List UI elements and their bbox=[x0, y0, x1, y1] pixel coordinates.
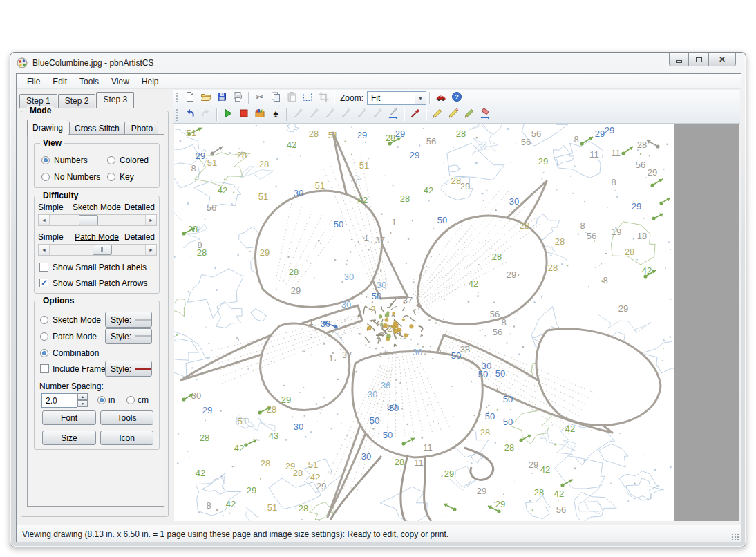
region-number: 11 bbox=[611, 148, 621, 158]
radio-combination-label[interactable]: Combination bbox=[53, 348, 99, 358]
print-button[interactable] bbox=[229, 91, 245, 106]
region-number: 29 bbox=[507, 270, 516, 280]
radio-key[interactable] bbox=[107, 173, 115, 181]
step-tab-step-2[interactable]: Step 2 bbox=[58, 94, 96, 108]
region-number: 42 bbox=[196, 468, 205, 478]
title-bar[interactable]: BlueColumbine.jpg - pbnArtistCS ✕ bbox=[10, 53, 746, 73]
include-frame-checkbox[interactable] bbox=[40, 364, 49, 373]
new-document-button[interactable] bbox=[182, 91, 198, 106]
drawing-canvas[interactable]: 5129851282842285129282929514256513051422… bbox=[174, 124, 674, 521]
region-number: 28 bbox=[237, 150, 247, 160]
radio-numbers[interactable] bbox=[41, 156, 50, 164]
sketch-slider-thumb[interactable] bbox=[79, 215, 98, 225]
stop-button[interactable] bbox=[236, 107, 252, 122]
patch-mode-link[interactable]: Patch Mode bbox=[75, 232, 119, 242]
select-region-button[interactable] bbox=[299, 91, 315, 106]
patch-difficulty-slider[interactable]: ◄ ► bbox=[38, 244, 157, 256]
pencil-green-button[interactable] bbox=[461, 107, 477, 122]
include-frame-label[interactable]: Include Frame bbox=[53, 364, 106, 374]
menu-item-help[interactable]: Help bbox=[135, 75, 165, 88]
close-button[interactable]: ✕ bbox=[709, 53, 736, 66]
eraser-size-icon bbox=[480, 108, 491, 122]
zoom-combobox[interactable]: Fit▼ bbox=[367, 91, 426, 105]
pencil-eraser-button[interactable] bbox=[445, 107, 461, 122]
brush-tool-5-icon bbox=[356, 108, 367, 122]
step-tab-step-3[interactable]: Step 3 bbox=[96, 92, 134, 108]
icon-button[interactable]: Icon bbox=[100, 431, 153, 445]
radio-inches[interactable] bbox=[97, 396, 106, 404]
radio-cm-label[interactable]: cm bbox=[138, 395, 149, 405]
number-spacing-input[interactable]: 2.0 bbox=[41, 393, 77, 408]
region-number: 30 bbox=[191, 390, 201, 401]
patch-style-button[interactable]: Style: bbox=[105, 328, 152, 344]
resize-grip[interactable] bbox=[730, 532, 739, 541]
copy-button[interactable] bbox=[267, 91, 283, 106]
eraser-size-button[interactable] bbox=[477, 107, 493, 122]
sketch-mode-link[interactable]: Sketch Mode bbox=[73, 202, 121, 212]
menu-item-view[interactable]: View bbox=[105, 75, 135, 88]
slider-left-arrow-icon[interactable]: ◄ bbox=[39, 245, 50, 255]
mode-tab-drawing[interactable]: Drawing bbox=[27, 120, 68, 135]
save-button[interactable] bbox=[214, 91, 229, 106]
frame-style-button[interactable]: Style: bbox=[105, 361, 152, 377]
region-number: 28 bbox=[197, 247, 207, 258]
spin-up-icon[interactable]: ▲ bbox=[77, 393, 88, 400]
show-small-patch-labels-checkbox[interactable] bbox=[39, 263, 48, 272]
slider-right-arrow-icon[interactable]: ► bbox=[145, 215, 156, 225]
show-small-patch-arrows-label[interactable]: Show Small Patch Arrows bbox=[53, 278, 147, 288]
spade-button[interactable]: ♠ bbox=[267, 107, 283, 122]
mode-tab-photo[interactable]: Photo bbox=[126, 122, 158, 135]
crayon-box-button[interactable] bbox=[252, 107, 267, 122]
spin-down-icon[interactable]: ▼ bbox=[77, 400, 88, 407]
region-number: 28 bbox=[293, 468, 303, 478]
sketch-style-button[interactable]: Style: bbox=[105, 312, 152, 328]
cut-button[interactable]: ✂ bbox=[252, 91, 267, 106]
canvas-viewport[interactable]: 5129851282842285129282929514256513051422… bbox=[174, 124, 739, 521]
maximize-button[interactable] bbox=[689, 53, 709, 66]
size-button[interactable]: Size bbox=[42, 431, 96, 445]
radio-combination[interactable] bbox=[40, 349, 48, 357]
slider-right-arrow-icon[interactable]: ► bbox=[145, 245, 156, 255]
radio-inches-label[interactable]: in bbox=[108, 395, 115, 405]
print-icon bbox=[232, 91, 243, 105]
start-button[interactable] bbox=[220, 107, 236, 122]
region-number: 51 bbox=[207, 158, 217, 168]
toolbar-gripper[interactable] bbox=[176, 92, 178, 104]
minimize-button[interactable] bbox=[669, 53, 689, 66]
font-button[interactable]: Font bbox=[42, 410, 96, 425]
cut-icon: ✂ bbox=[254, 91, 265, 105]
toolbar-gripper[interactable] bbox=[176, 108, 178, 121]
open-folder-button[interactable] bbox=[198, 91, 214, 106]
radio-patch-mode-label[interactable]: Patch Mode bbox=[53, 332, 97, 341]
radio-numbers-label[interactable]: Numbers bbox=[54, 155, 88, 165]
radio-no-numbers[interactable] bbox=[41, 173, 50, 181]
undo-button[interactable] bbox=[182, 107, 198, 122]
tools-button[interactable]: Tools bbox=[100, 410, 153, 425]
radio-sketch-mode-label[interactable]: Sketch Mode bbox=[53, 315, 101, 325]
chevron-down-icon[interactable]: ▼ bbox=[415, 92, 426, 104]
show-small-patch-labels-label[interactable]: Show Small Patch Labels bbox=[53, 263, 147, 272]
slider-left-arrow-icon[interactable]: ◄ bbox=[39, 215, 50, 225]
mode-tab-cross-stitch[interactable]: Cross Stitch bbox=[69, 122, 125, 135]
radio-no-numbers-label[interactable]: No Numbers bbox=[54, 172, 100, 182]
menu-item-edit[interactable]: Edit bbox=[46, 75, 73, 88]
radio-patch-mode[interactable] bbox=[40, 332, 48, 341]
view-caption: View bbox=[40, 138, 64, 148]
region-number: 51 bbox=[359, 160, 369, 171]
sketch-difficulty-slider[interactable]: ◄ ► bbox=[38, 214, 157, 226]
brush-size-button[interactable] bbox=[385, 107, 401, 122]
help-button[interactable]: ? bbox=[448, 91, 464, 106]
radio-cm[interactable] bbox=[126, 396, 135, 404]
pencil-yellow-button[interactable] bbox=[429, 107, 445, 122]
radio-colored[interactable] bbox=[107, 156, 115, 164]
radio-key-label[interactable]: Key bbox=[120, 172, 134, 182]
red-car-button[interactable] bbox=[433, 91, 448, 106]
radio-sketch-mode[interactable] bbox=[40, 316, 48, 324]
show-small-patch-arrows-checkbox[interactable] bbox=[39, 278, 48, 287]
radio-colored-label[interactable]: Colored bbox=[120, 155, 149, 165]
region-number: 51 bbox=[238, 416, 247, 426]
menu-item-file[interactable]: File bbox=[21, 75, 46, 88]
menu-item-tools[interactable]: Tools bbox=[73, 75, 105, 88]
patch-slider-thumb[interactable] bbox=[93, 245, 112, 255]
dropper-button[interactable] bbox=[407, 107, 423, 122]
